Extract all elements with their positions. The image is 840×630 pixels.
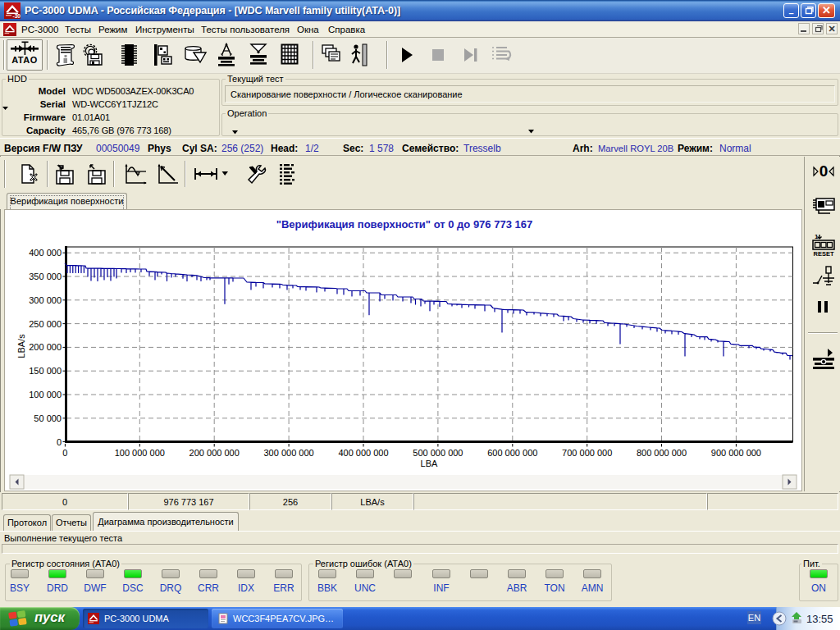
svg-text:LBA: LBA bbox=[421, 459, 438, 468]
svg-text:300 000: 300 000 bbox=[29, 295, 62, 305]
svg-text:300 000 000: 300 000 000 bbox=[264, 448, 314, 458]
svg-text:500 000 000: 500 000 000 bbox=[413, 448, 463, 458]
svg-text:400 000 000: 400 000 000 bbox=[338, 448, 388, 458]
svg-text:"Верификация поверхности" от 0: "Верификация поверхности" от 0 до 976 77… bbox=[276, 218, 532, 231]
svg-text:-300: -300 bbox=[13, 13, 21, 19]
svg-text:LBA/s: LBA/s bbox=[16, 334, 26, 358]
svg-text:100 000: 100 000 bbox=[29, 390, 62, 399]
svg-text:RESET: RESET bbox=[813, 250, 833, 257]
svg-text:250 000: 250 000 bbox=[29, 319, 62, 329]
svg-text:600 000 000: 600 000 000 bbox=[487, 448, 537, 458]
svg-text:50 000: 50 000 bbox=[34, 413, 62, 423]
svg-text:400 000: 400 000 bbox=[29, 248, 62, 258]
svg-text:150 000: 150 000 bbox=[29, 366, 62, 376]
svg-text:350 000: 350 000 bbox=[29, 272, 62, 281]
svg-text:100 000 000: 100 000 000 bbox=[115, 448, 165, 458]
svg-text:800 000 000: 800 000 000 bbox=[637, 448, 687, 458]
svg-text:0: 0 bbox=[62, 448, 67, 458]
svg-text:200 000 000: 200 000 000 bbox=[189, 448, 240, 458]
svg-text:700 000 000: 700 000 000 bbox=[562, 448, 612, 458]
svg-text:0: 0 bbox=[819, 163, 829, 180]
svg-text:0: 0 bbox=[57, 437, 62, 447]
svg-text:900 000 000: 900 000 000 bbox=[711, 448, 761, 458]
svg-text:200 000: 200 000 bbox=[29, 342, 62, 352]
